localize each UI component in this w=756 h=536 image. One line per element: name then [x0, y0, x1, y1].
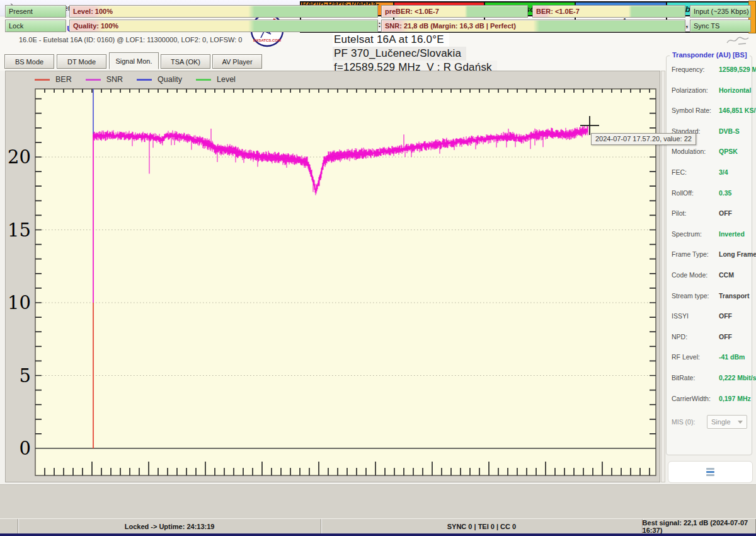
stream-list-button[interactable] [668, 461, 753, 483]
row-value: OFF [719, 209, 732, 217]
legend-level: Level [196, 75, 236, 84]
transponder-row: CarrierWidth:0,197 MHz [672, 395, 748, 403]
svg-text:15: 15 [8, 219, 31, 241]
status-preber: preBER: <1.0E-7 [381, 5, 528, 18]
snr-line-swatch [86, 79, 101, 81]
chart-tooltip: 2024-07-07 17.57.20, value: 22 [591, 133, 696, 145]
transponder-row: Modulation:QPSK [672, 148, 748, 156]
chart-plot-area[interactable]: 05101520 [6, 71, 660, 482]
server-stack-icon [706, 468, 714, 476]
status-ber: BER: <1.0E-7 [532, 5, 685, 18]
chevron-down-icon [738, 421, 743, 424]
bottom-status-bar: Locked -> Uptime: 24:13:19 SYNC 0 | TEI … [0, 518, 756, 534]
row-value: 146,851 KS/s [719, 107, 756, 114]
chart-scrollbar[interactable] [661, 71, 665, 482]
row-value: DVB-S [719, 127, 740, 135]
svg-text:10: 10 [8, 292, 31, 313]
row-value: 0.35 [719, 189, 731, 197]
transponder-row: Stream type:Transport [672, 292, 748, 300]
tab-tsa[interactable]: TSA (OK) [161, 54, 210, 69]
transponder-row: BitRate:0,222 Mbit/s [672, 374, 748, 382]
window-bottom-edge [0, 533, 756, 536]
row-value: 12589,529 MHz [719, 66, 756, 73]
statusbar-spacer [0, 519, 18, 534]
row-value: Inverted [719, 230, 745, 238]
statusbar-sync-counters: SYNC 0 | TEI 0 | CC 0 [321, 519, 641, 534]
transponder-row: Spectrum:Inverted [672, 230, 748, 238]
overlay-site: PF 370_Lučenec/Slovakia [333, 47, 466, 61]
status-quality: Quality: 100% [69, 20, 378, 32]
status-input: Input (~235 Kbps) [690, 5, 751, 18]
status-present: Present [5, 5, 66, 18]
row-value: Long Frame [719, 250, 756, 258]
row-value: 3/4 [719, 168, 728, 176]
svg-text:5: 5 [20, 365, 31, 387]
row-value: CCM [719, 271, 734, 279]
row-value: 0,222 Mbit/s [719, 374, 756, 382]
statusbar-uptime: Locked -> Uptime: 24:13:19 [18, 519, 321, 534]
transponder-row: Symbol Rate:146,851 KS/s [672, 107, 748, 115]
row-value: 0,197 MHz [719, 395, 751, 402]
svg-text:0: 0 [20, 438, 31, 459]
tab-av-player[interactable]: AV Player [212, 54, 262, 69]
mis-select[interactable]: Single [707, 415, 747, 429]
svg-text:20: 20 [8, 146, 31, 168]
transponder-row: Code Mode:CCM [672, 271, 748, 279]
status-sync-ts: Sync TS [690, 20, 751, 32]
transponder-panel-title: Transponder (AU) [BS] [670, 51, 750, 59]
transponder-row: FEC:3/4 [672, 168, 748, 177]
row-value: OFF [719, 333, 732, 341]
legend-ber: BER [35, 75, 72, 84]
transponder-row: Polarization:Horizontal [672, 86, 748, 95]
mis-row: MIS (0): Single [672, 415, 748, 429]
level-line-swatch [196, 79, 211, 81]
transponder-panel: Transponder (AU) [BS] Frequency:12589,52… [666, 55, 752, 455]
transponder-row: NPD:OFF [672, 333, 748, 341]
row-value: Horizontal [719, 86, 751, 94]
transponder-row: Frame Type:Long Frame [672, 250, 748, 259]
transponder-row: RF Level:-41 dBm [672, 353, 748, 361]
quality-line-swatch [137, 79, 152, 81]
row-value: Transport [719, 292, 749, 300]
status-snr: SNR: 21,8 dB (Margin: 16,3 dB | Perfect) [381, 20, 685, 32]
ber-line-swatch [35, 79, 50, 81]
row-value: -41 dBm [719, 353, 745, 361]
legend-quality: Quality [137, 75, 182, 84]
statusbar-best-signal: Best signal: 22,1 dB (2024-07-07 16:37) [642, 519, 756, 534]
row-value: OFF [719, 312, 732, 320]
signature-icon [724, 35, 751, 46]
tuner-details: 16.0E - Eutelsat 16A (ID: 0160) @ LOF1: … [19, 36, 242, 44]
status-lock: Lock [5, 20, 66, 32]
status-level: Level: 100% [69, 5, 378, 18]
signal-chart[interactable]: 05101520 BER SNR Quality Level [5, 71, 660, 482]
tab-signal-mon[interactable]: Signal Mon. [109, 52, 159, 69]
transponder-row: Frequency:12589,529 MHz [672, 66, 748, 74]
transponder-row: ISSYIOFF [672, 312, 748, 320]
transponder-row: RollOff:0.35 [672, 189, 748, 197]
transponder-row: Pilot:OFF [672, 209, 748, 218]
row-value: QPSK [719, 148, 738, 155]
logo-text: DXSATCS.COM [253, 38, 281, 42]
overlay-satellite: Eutelsat 16A at 16.0°E [333, 33, 449, 47]
tab-dt-mode[interactable]: DT Mode [57, 54, 106, 69]
status-area [0, 484, 756, 519]
legend-snr: SNR [86, 75, 123, 84]
chart-legend: BER SNR Quality Level [35, 74, 249, 85]
tab-bs-mode[interactable]: BS Mode [4, 54, 54, 69]
